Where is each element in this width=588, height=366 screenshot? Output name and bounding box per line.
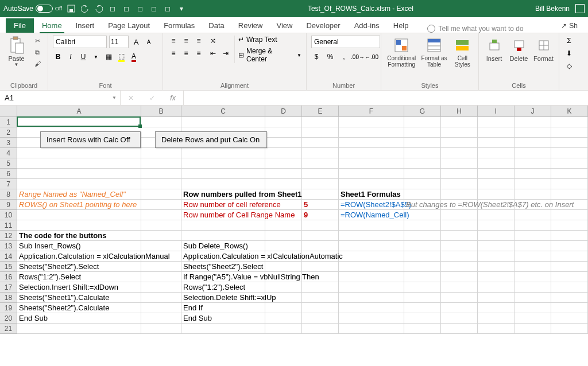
conditional-formatting-button[interactable]: Conditional Formatting <box>386 36 417 68</box>
cell[interactable] <box>141 169 181 179</box>
cell[interactable] <box>339 272 404 282</box>
column-header[interactable]: I <box>478 106 514 117</box>
cell[interactable] <box>141 293 181 303</box>
cell-content[interactable]: Sheets("Sheet2").Select <box>181 262 265 272</box>
column-header[interactable]: A <box>17 106 141 117</box>
cell[interactable] <box>17 169 141 179</box>
cell[interactable] <box>302 220 339 231</box>
cell[interactable] <box>181 220 265 231</box>
cell[interactable] <box>404 127 441 138</box>
cell[interactable] <box>265 138 302 148</box>
cell[interactable] <box>441 138 478 148</box>
cell[interactable] <box>141 231 181 241</box>
cell[interactable] <box>265 117 302 127</box>
cell[interactable] <box>404 303 441 313</box>
cell[interactable] <box>551 189 588 200</box>
tell-me-search[interactable]: Tell me what you want to do <box>427 25 524 33</box>
cell[interactable] <box>141 262 181 272</box>
cell-content[interactable]: Sheet1 Formulas <box>339 189 403 200</box>
cell[interactable] <box>302 303 339 313</box>
cell[interactable] <box>302 293 339 303</box>
cell[interactable] <box>265 220 302 231</box>
cell[interactable] <box>441 148 478 158</box>
cell[interactable] <box>441 303 478 313</box>
cell[interactable] <box>404 282 441 293</box>
cell[interactable] <box>478 158 514 169</box>
cell[interactable] <box>339 262 404 272</box>
cell-content[interactable]: The code for the buttons <box>17 231 108 241</box>
cell[interactable] <box>339 231 404 241</box>
cell[interactable] <box>514 231 551 241</box>
cell-content[interactable]: End If <box>181 303 204 313</box>
cell[interactable] <box>478 282 514 293</box>
formula-input[interactable] <box>184 91 588 105</box>
cell[interactable] <box>141 210 181 220</box>
cell[interactable] <box>478 231 514 241</box>
column-header[interactable]: E <box>302 106 339 117</box>
cell[interactable] <box>551 210 588 220</box>
cell[interactable] <box>404 241 441 251</box>
cell[interactable] <box>141 313 181 324</box>
cell-content[interactable]: Sheets("Sheet1").Calculate <box>17 293 111 303</box>
cell[interactable] <box>17 179 141 189</box>
cell[interactable] <box>181 158 265 169</box>
cell[interactable] <box>551 169 588 179</box>
cell[interactable] <box>181 179 265 189</box>
cell[interactable] <box>478 179 514 189</box>
column-header[interactable]: K <box>551 106 588 117</box>
copy-icon[interactable]: ⧉ <box>32 47 43 57</box>
cell[interactable] <box>141 148 181 158</box>
cell-content[interactable]: Rows("1:2").Select <box>181 282 247 293</box>
underline-button[interactable]: U <box>78 52 88 62</box>
cell[interactable] <box>404 272 441 282</box>
cell[interactable] <box>514 210 551 220</box>
cell[interactable] <box>141 158 181 169</box>
cell[interactable] <box>551 127 588 138</box>
format-painter-icon[interactable]: 🖌 <box>32 59 43 69</box>
cell[interactable] <box>265 169 302 179</box>
cell[interactable] <box>265 324 302 334</box>
cell[interactable] <box>551 324 588 334</box>
align-left-icon[interactable]: ≡ <box>168 48 179 59</box>
cell-content[interactable]: Selection.Delete Shift:=xlUp <box>181 293 278 303</box>
tab-view[interactable]: View <box>269 18 299 33</box>
cell[interactable] <box>141 200 181 210</box>
cell[interactable] <box>404 179 441 189</box>
cell[interactable] <box>551 303 588 313</box>
row-header[interactable]: 4 <box>0 148 17 158</box>
column-header[interactable]: G <box>404 106 441 117</box>
clear-icon[interactable]: ◇ <box>564 61 574 71</box>
cell[interactable] <box>551 220 588 231</box>
cell[interactable] <box>478 117 514 127</box>
comma-format-icon[interactable]: , <box>339 52 349 62</box>
redo-icon[interactable] <box>94 4 103 13</box>
cell-content[interactable]: =ROW(Named_Cell) <box>339 210 411 220</box>
number-format-select[interactable] <box>311 36 380 48</box>
file-tab[interactable]: File <box>6 18 34 33</box>
cell[interactable] <box>514 169 551 179</box>
cell[interactable] <box>181 117 265 127</box>
form-button-insert-rows[interactable]: Insert Rows with Calc Off <box>40 131 141 148</box>
cell[interactable] <box>478 293 514 303</box>
qat-icon[interactable]: ◻ <box>149 4 158 13</box>
tab-page-layout[interactable]: Page Layout <box>101 18 157 33</box>
cell[interactable] <box>514 303 551 313</box>
share-button[interactable]: ↗ Sh <box>556 19 582 33</box>
name-box[interactable]: ▼ <box>0 91 121 105</box>
cell[interactable] <box>339 251 404 262</box>
cell[interactable] <box>265 127 302 138</box>
cell[interactable] <box>404 324 441 334</box>
cell[interactable] <box>404 313 441 324</box>
row-header[interactable]: 10 <box>0 210 17 220</box>
cell[interactable] <box>17 117 141 127</box>
cell[interactable] <box>514 117 551 127</box>
cell-content[interactable]: Row number of Cell Range Name <box>181 210 296 220</box>
italic-button[interactable]: I <box>65 52 76 62</box>
cell-styles-button[interactable]: Cell Styles <box>451 36 474 68</box>
cell[interactable] <box>441 313 478 324</box>
cell[interactable] <box>302 179 339 189</box>
qat-icon[interactable]: ◻ <box>122 4 131 13</box>
row-header[interactable]: 13 <box>0 241 17 251</box>
cell[interactable] <box>441 272 478 282</box>
cell[interactable] <box>339 220 404 231</box>
